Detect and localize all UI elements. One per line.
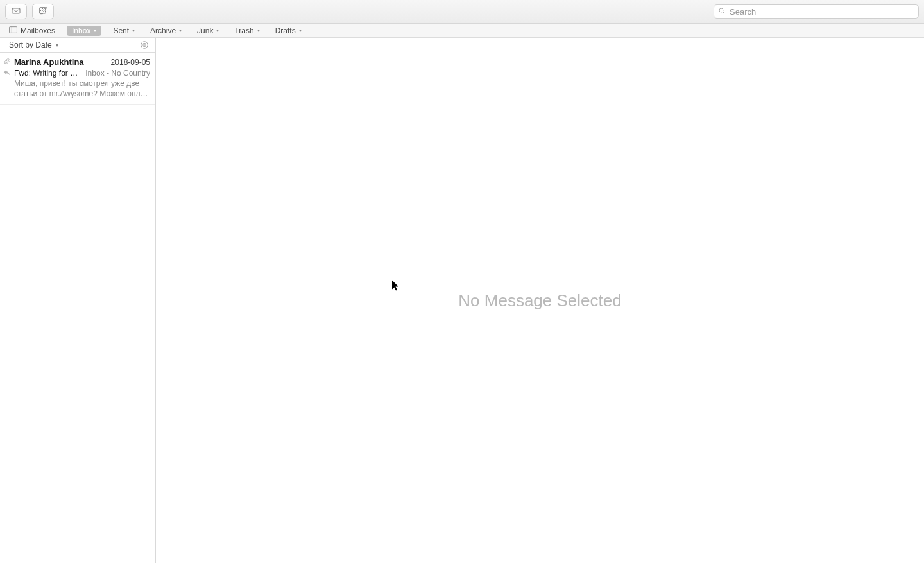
get-mail-button[interactable] — [5, 4, 27, 19]
favbar-junk[interactable]: Junk ▾ — [193, 26, 223, 36]
message-preview: Миша, привет! ты смотрел уже две статьи … — [14, 78, 150, 99]
favbar-inbox[interactable]: Inbox ▾ — [67, 26, 101, 36]
mailboxes-label: Mailboxes — [21, 26, 55, 35]
favbar-item-label: Drafts — [275, 26, 296, 35]
favbar-item-label: Trash — [234, 26, 253, 35]
envelope-icon — [11, 6, 21, 18]
favbar-drafts[interactable]: Drafts ▾ — [271, 26, 305, 36]
message-mailbox: Inbox - No Country — [85, 68, 150, 78]
chevron-down-icon: ▾ — [94, 28, 96, 33]
compose-button[interactable] — [32, 4, 54, 19]
reading-pane: No Message Selected — [156, 38, 924, 563]
main-split: Sort by Date ▾ Marina Apukhtina 2018-09-… — [0, 38, 924, 563]
sidebar-toggle-icon — [9, 26, 17, 35]
filter-button[interactable] — [140, 40, 149, 49]
message-date: 2018-09-05 — [111, 57, 150, 67]
empty-state-text: No Message Selected — [458, 291, 621, 311]
message-line-1: Marina Apukhtina 2018-09-05 — [14, 56, 150, 68]
chevron-down-icon: ▾ — [299, 28, 302, 33]
message-line-2: Fwd: Writing for S… Inbox - No Country — [14, 68, 150, 78]
favbar-item-label: Inbox — [72, 26, 90, 35]
paperclip-icon — [3, 57, 10, 64]
favbar-item-label: Sent — [113, 26, 129, 35]
sort-button[interactable]: Sort by Date ▾ — [9, 40, 58, 49]
mailboxes-button[interactable]: Mailboxes — [5, 26, 59, 36]
favorites-bar: Mailboxes Inbox ▾ Sent ▾ Archive ▾ Junk … — [0, 24, 924, 38]
message-subject: Fwd: Writing for S… — [14, 68, 81, 78]
favbar-archive[interactable]: Archive ▾ — [146, 26, 185, 36]
chevron-down-icon: ▾ — [257, 28, 260, 33]
favbar-item-label: Junk — [197, 26, 213, 35]
toolbar-left-group — [5, 4, 54, 19]
message-list-header: Sort by Date ▾ — [0, 38, 155, 53]
svg-point-2 — [719, 8, 723, 12]
compose-icon — [38, 6, 48, 18]
svg-rect-0 — [12, 8, 20, 13]
favbar-sent[interactable]: Sent ▾ — [109, 26, 139, 36]
sort-label: Sort by Date — [9, 40, 52, 49]
toolbar — [0, 0, 924, 24]
reply-icon — [3, 68, 10, 75]
message-sender: Marina Apukhtina — [14, 56, 84, 68]
message-list-pane: Sort by Date ▾ Marina Apukhtina 2018-09-… — [0, 38, 156, 563]
chevron-down-icon: ▾ — [216, 28, 219, 33]
favbar-trash[interactable]: Trash ▾ — [230, 26, 263, 36]
chevron-down-icon: ▾ — [132, 28, 135, 33]
search-icon — [718, 7, 730, 17]
search-input[interactable] — [730, 7, 914, 17]
filter-icon — [140, 42, 149, 51]
chevron-down-icon: ▾ — [56, 42, 58, 48]
favbar-item-label: Archive — [150, 26, 176, 35]
message-row[interactable]: Marina Apukhtina 2018-09-05 Fwd: Writing… — [0, 53, 155, 105]
search-field[interactable] — [714, 4, 919, 19]
svg-rect-3 — [10, 26, 17, 33]
chevron-down-icon: ▾ — [179, 28, 182, 33]
